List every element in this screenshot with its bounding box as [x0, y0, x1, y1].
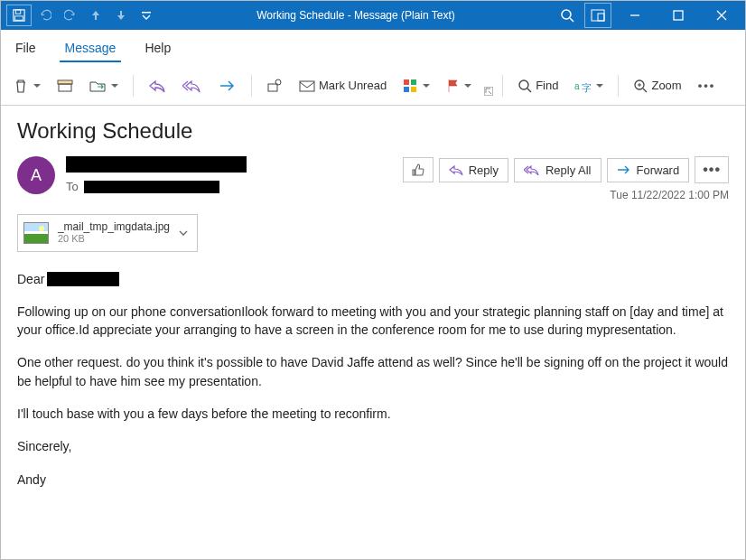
forward-button[interactable]: Forward: [607, 158, 690, 182]
message-timestamp: Tue 11/22/2022 1:00 PM: [610, 189, 729, 201]
svg-rect-22: [404, 87, 409, 92]
reply-all-button[interactable]: Reply All: [514, 158, 601, 182]
ribbon-mark-unread-label: Mark Unread: [319, 79, 387, 92]
move-folder-icon: [89, 79, 106, 92]
body-paragraph-1: Following up on our phone conversationIl…: [17, 303, 729, 340]
reply-all-icon: [182, 79, 202, 93]
attachment-dropdown[interactable]: [179, 229, 188, 237]
ribbon-more-button[interactable]: •••: [693, 75, 722, 96]
message-body: Dear Following up on our phone conversat…: [17, 270, 729, 489]
body-paragraph-3: I'll touch base with you a few days befo…: [17, 405, 729, 423]
qat-save-button[interactable]: [6, 5, 32, 26]
sender-name-redacted: [66, 156, 247, 173]
svg-rect-23: [411, 87, 416, 92]
like-button[interactable]: [403, 157, 434, 182]
ribbon-flag-button[interactable]: [441, 75, 477, 97]
body-salutation: Dear: [17, 270, 44, 288]
ribbon-translate-button[interactable]: a字: [569, 75, 609, 97]
svg-rect-3: [95, 14, 97, 20]
ribbon-find-button[interactable]: Find: [512, 75, 564, 97]
envelope-icon: [299, 79, 315, 92]
qat-up-button[interactable]: [84, 3, 107, 28]
more-actions-button[interactable]: •••: [695, 156, 729, 183]
svg-rect-15: [59, 84, 71, 91]
ribbon-zoom-button[interactable]: Zoom: [628, 75, 686, 97]
attachment-size: 20 KB: [58, 233, 170, 245]
body-paragraph-2: One other request. do you think it's pos…: [17, 353, 729, 390]
ribbon-tags-launcher[interactable]: [484, 87, 493, 96]
reply-all-icon: [524, 164, 540, 175]
close-button[interactable]: [702, 1, 741, 30]
reply-button[interactable]: Reply: [439, 158, 508, 182]
recipient-redacted: [84, 181, 219, 193]
svg-text:字: 字: [582, 82, 591, 93]
tab-file[interactable]: File: [10, 33, 42, 62]
message-subject: Working Schedule: [17, 118, 729, 144]
search-icon: [518, 79, 532, 93]
archive-icon: [57, 79, 73, 92]
ribbon-archive-button[interactable]: [51, 76, 79, 96]
svg-rect-11: [674, 11, 683, 20]
chevron-down-icon: [33, 84, 41, 88]
trash-icon: [14, 79, 28, 93]
close-icon: [716, 10, 727, 21]
body-closing: Sincerely,: [17, 437, 729, 455]
minimize-icon: [629, 10, 640, 21]
chevron-down-icon: [423, 84, 430, 88]
forward-label: Forward: [637, 163, 680, 177]
titlebar-upcoming-button[interactable]: [584, 3, 611, 28]
svg-rect-20: [404, 79, 409, 85]
reply-icon: [148, 79, 166, 93]
svg-rect-1: [16, 10, 21, 14]
chevron-down-icon: [464, 84, 471, 88]
chevron-down-icon: [596, 84, 603, 88]
ribbon-reply-button[interactable]: [143, 75, 172, 97]
svg-rect-16: [58, 80, 72, 84]
thumbs-up-icon: [411, 163, 425, 177]
qat-undo-button[interactable]: [33, 3, 57, 28]
menubar: File Message Help: [1, 30, 745, 66]
maximize-icon: [673, 10, 684, 21]
attachment-thumbnail-icon: [23, 222, 49, 244]
tab-message[interactable]: Message: [60, 33, 122, 62]
window-title: Working Schedule - Message (Plain Text): [158, 9, 554, 22]
attachment-item[interactable]: _mail_tmp_imgdata.jpg 20 KB: [17, 214, 198, 252]
ribbon-share-button[interactable]: [261, 75, 288, 97]
ribbon-delete-button[interactable]: [8, 75, 46, 97]
qat-customize-button[interactable]: [135, 3, 158, 28]
to-label: To: [66, 180, 79, 193]
search-icon: [560, 8, 574, 23]
translate-icon: a字: [574, 79, 591, 93]
titlebar-search-button[interactable]: [554, 3, 581, 28]
flag-icon: [446, 79, 459, 93]
minimize-button[interactable]: [615, 1, 655, 30]
svg-rect-4: [120, 11, 122, 16]
qat-redo-button[interactable]: [59, 3, 82, 28]
window-mode-icon: [591, 9, 605, 22]
ribbon-reply-all-button[interactable]: [177, 75, 208, 97]
maximize-button[interactable]: [658, 1, 698, 30]
ribbon-find-label: Find: [536, 79, 558, 92]
svg-line-7: [570, 18, 573, 22]
tab-help[interactable]: Help: [139, 33, 176, 62]
svg-rect-9: [598, 14, 604, 21]
svg-rect-2: [15, 16, 23, 20]
svg-point-18: [275, 79, 281, 85]
sender-avatar[interactable]: A: [17, 156, 55, 194]
qat-down-button[interactable]: [109, 3, 133, 28]
salutation-name-redacted: [47, 272, 119, 286]
ribbon-move-button[interactable]: [84, 76, 124, 96]
svg-rect-5: [142, 12, 151, 14]
svg-line-29: [643, 89, 647, 92]
reply-icon: [449, 164, 463, 175]
ribbon-mark-unread-button[interactable]: Mark Unread: [294, 75, 392, 96]
svg-point-6: [562, 10, 571, 19]
chevron-down-icon: [111, 84, 118, 88]
svg-text:a: a: [574, 81, 580, 91]
body-signature: Andy: [17, 471, 729, 489]
reply-all-label: Reply All: [546, 163, 592, 177]
share-teams-icon: [266, 79, 283, 93]
message-pane: Working Schedule A To Reply: [1, 106, 745, 510]
ribbon-categorize-button[interactable]: [397, 75, 435, 97]
ribbon-forward-button[interactable]: [213, 76, 242, 96]
